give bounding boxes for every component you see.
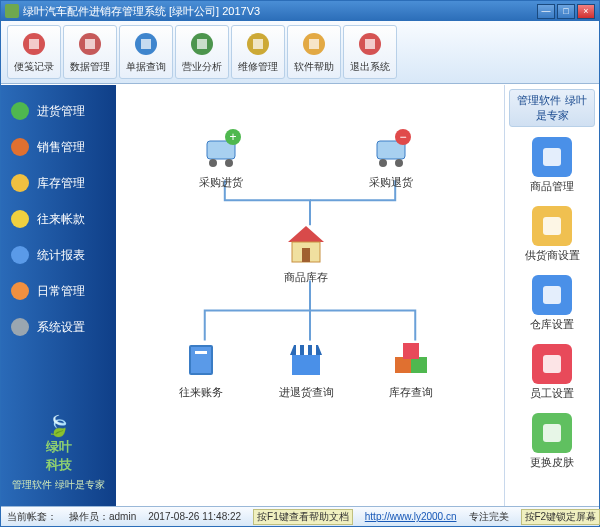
toolbar-label: 单据查询 <box>126 60 166 74</box>
right-panel: 管理软件 绿叶是专家 商品管理供货商设置仓库设置员工设置更换皮肤 <box>504 85 599 506</box>
rpanel-item-staff[interactable]: 员工设置 <box>509 340 595 409</box>
node-label: 进退货查询 <box>271 385 341 400</box>
sidebar-item-ar[interactable]: 往来帐款 <box>5 201 112 237</box>
svg-rect-3 <box>85 39 95 49</box>
minimize-button[interactable]: — <box>537 4 555 19</box>
toolbar-label: 营业分析 <box>182 60 222 74</box>
sidebar-item-label: 统计报表 <box>37 247 85 264</box>
cart-remove-icon: − <box>367 125 415 173</box>
node-label: 库存查询 <box>376 385 446 400</box>
svg-point-14 <box>11 102 29 120</box>
right-panel-title: 管理软件 绿叶是专家 <box>509 89 595 127</box>
svg-text:−: − <box>399 130 406 144</box>
node-io-query[interactable]: 进退货查询 <box>271 335 341 400</box>
brand-slogan: 管理软件 绿叶是专家 <box>7 478 110 492</box>
sidebar-item-daily[interactable]: 日常管理 <box>5 273 112 309</box>
svg-rect-11 <box>309 39 319 49</box>
toolbar-note-button[interactable]: 便笺记录 <box>7 25 61 79</box>
status-hint-f2: 按F2键锁定屏幕 <box>521 509 601 525</box>
rpanel-item-warehouse[interactable]: 仓库设置 <box>509 271 595 340</box>
flow-canvas: + 采购进货 − 采购退货 商品库存 往来账务 进退货查询 库存查询 <box>116 85 504 506</box>
svg-point-22 <box>209 159 217 167</box>
toolbar-label: 软件帮助 <box>294 60 334 74</box>
bars-icon <box>9 244 31 266</box>
svg-rect-9 <box>253 39 263 49</box>
close-button[interactable]: × <box>577 4 595 19</box>
sidebar-item-stock[interactable]: 库存管理 <box>5 165 112 201</box>
rpanel-item-label: 商品管理 <box>509 179 595 194</box>
maximize-button[interactable]: □ <box>557 4 575 19</box>
node-purchase-return[interactable]: − 采购退货 <box>356 125 426 190</box>
svg-rect-38 <box>296 345 300 355</box>
svg-rect-45 <box>543 217 561 235</box>
toolbar-exit-button[interactable]: 退出系统 <box>343 25 397 79</box>
svg-point-23 <box>225 159 233 167</box>
svg-point-18 <box>11 246 29 264</box>
toolbar-query-button[interactable]: 单据查询 <box>119 25 173 79</box>
toolbar-help-button[interactable]: 软件帮助 <box>287 25 341 79</box>
svg-rect-47 <box>543 355 561 373</box>
svg-rect-40 <box>312 345 316 355</box>
help-icon <box>300 30 328 58</box>
shop-icon <box>282 335 330 383</box>
svg-point-19 <box>11 282 29 300</box>
svg-point-20 <box>11 318 29 336</box>
toolbar-data-button[interactable]: 数据管理 <box>63 25 117 79</box>
node-stock-query[interactable]: 库存查询 <box>376 335 446 400</box>
toolbar-analyze-button[interactable]: 营业分析 <box>175 25 229 79</box>
flag-icon <box>9 172 31 194</box>
svg-rect-35 <box>191 347 211 373</box>
svg-marker-31 <box>288 226 324 242</box>
sidebar-item-label: 库存管理 <box>37 175 85 192</box>
svg-rect-39 <box>304 345 308 355</box>
pie-icon <box>9 136 31 158</box>
note-icon <box>20 30 48 58</box>
boxes-icon <box>387 335 435 383</box>
node-ar-query[interactable]: 往来账务 <box>166 335 236 400</box>
app-window: 绿叶汽车配件进销存管理系统 [绿叶公司] 2017V3 — □ × 便笺记录数据… <box>0 0 600 527</box>
rpanel-item-label: 员工设置 <box>509 386 595 401</box>
sidebar-item-report[interactable]: 统计报表 <box>5 237 112 273</box>
brand-text-1: 绿叶 <box>46 439 72 454</box>
rpanel-item-label: 供货商设置 <box>509 248 595 263</box>
sidebar-item-label: 销售管理 <box>37 139 85 156</box>
svg-rect-43 <box>403 343 419 359</box>
titlebar: 绿叶汽车配件进销存管理系统 [绿叶公司] 2017V3 — □ × <box>1 1 599 21</box>
toolbar: 便笺记录数据管理单据查询营业分析维修管理软件帮助退出系统 <box>1 21 599 84</box>
warehouse-icon <box>532 275 572 315</box>
rpanel-item-supplier[interactable]: 供货商设置 <box>509 202 595 271</box>
statusbar: 当前帐套： 操作员：admin 2017-08-26 11:48:22 按F1键… <box>1 506 599 526</box>
toolbar-label: 维修管理 <box>238 60 278 74</box>
svg-rect-48 <box>543 424 561 442</box>
tools-icon <box>244 30 272 58</box>
sidebar-item-purchase[interactable]: 进货管理 <box>5 93 112 129</box>
svg-rect-44 <box>543 148 561 166</box>
sidebar-item-settings[interactable]: 系统设置 <box>5 309 112 345</box>
svg-rect-13 <box>365 39 375 49</box>
house-icon <box>282 220 330 268</box>
toolbar-maintain-button[interactable]: 维修管理 <box>231 25 285 79</box>
plus-icon <box>9 100 31 122</box>
rpanel-item-label: 更换皮肤 <box>509 455 595 470</box>
node-label: 商品库存 <box>271 270 341 285</box>
flow-lines <box>116 85 504 506</box>
sidebar-item-label: 进货管理 <box>37 103 85 120</box>
cart-add-icon: + <box>197 125 245 173</box>
brand-text-2: 科技 <box>46 457 72 472</box>
svg-rect-36 <box>195 351 207 354</box>
staff-icon <box>532 344 572 384</box>
window-title: 绿叶汽车配件进销存管理系统 [绿叶公司] 2017V3 <box>23 4 535 19</box>
rpanel-item-skin[interactable]: 更换皮肤 <box>509 409 595 478</box>
svg-rect-7 <box>197 39 207 49</box>
status-url[interactable]: http://www.ly2000.cn <box>365 511 457 522</box>
node-inventory[interactable]: 商品库存 <box>271 220 341 285</box>
status-account: 当前帐套： <box>7 510 57 524</box>
svg-rect-41 <box>395 357 411 373</box>
chart-icon <box>188 30 216 58</box>
toolbar-label: 数据管理 <box>70 60 110 74</box>
node-purchase-in[interactable]: + 采购进货 <box>186 125 256 190</box>
rpanel-item-goods[interactable]: 商品管理 <box>509 133 595 202</box>
book-icon <box>177 335 225 383</box>
node-label: 往来账务 <box>166 385 236 400</box>
sidebar-item-sales[interactable]: 销售管理 <box>5 129 112 165</box>
